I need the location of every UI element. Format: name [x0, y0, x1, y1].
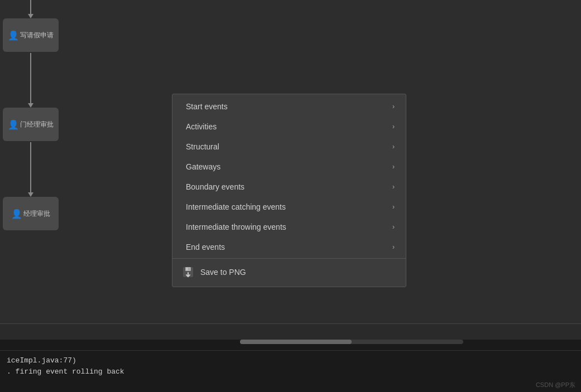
user-icon-3: 👤	[11, 209, 22, 219]
svg-marker-5	[28, 192, 33, 197]
menu-label-gateways: Gateways	[186, 162, 220, 171]
context-menu: Start events › Activities › Structural ›…	[172, 94, 406, 287]
user-icon-1: 👤	[8, 30, 19, 41]
menu-item-gateways[interactable]: Gateways ›	[172, 157, 406, 177]
node-label-2: 门经理审批	[20, 120, 54, 129]
menu-label-boundary-events: Boundary events	[186, 182, 244, 191]
horizontal-scrollbar[interactable]	[240, 340, 463, 344]
chevron-icon-structural: ›	[392, 143, 395, 151]
svg-marker-1	[28, 14, 33, 18]
menu-item-boundary-events[interactable]: Boundary events ›	[172, 177, 406, 197]
menu-label-structural: Structural	[186, 142, 219, 151]
chevron-icon-intermediate-throwing: ›	[392, 223, 395, 231]
user-icon-2: 👤	[8, 119, 19, 130]
menu-item-activities[interactable]: Activities ›	[172, 117, 406, 137]
chevron-icon-gateways: ›	[392, 163, 395, 171]
node-label-1: 写请假申请	[20, 31, 54, 40]
menu-item-structural[interactable]: Structural ›	[172, 137, 406, 157]
flow-node-1[interactable]: 👤 写请假申请	[3, 18, 59, 52]
svg-marker-3	[28, 103, 33, 108]
menu-item-intermediate-throwing[interactable]: Intermediate throwing events ›	[172, 217, 406, 237]
chevron-icon-start-events: ›	[392, 103, 395, 110]
bottom-panel: Nothing to show iceImpl.java:77) . firin…	[0, 323, 581, 392]
menu-item-intermediate-catching[interactable]: Intermediate catching events ›	[172, 197, 406, 217]
chevron-icon-intermediate-catching: ›	[392, 203, 395, 211]
watermark: CSDN @PP东	[536, 381, 575, 389]
save-icon	[181, 265, 195, 279]
code-area: iceImpl.java:77) . firing event rolling …	[0, 350, 581, 392]
chevron-icon-boundary-events: ›	[392, 183, 395, 191]
menu-item-save-png[interactable]: Save to PNG	[172, 260, 406, 284]
scrollbar-thumb[interactable]	[240, 340, 352, 344]
svg-rect-7	[185, 267, 191, 271]
menu-label-start-events: Start events	[186, 102, 228, 111]
menu-divider	[172, 258, 406, 259]
menu-label-intermediate-throwing: Intermediate throwing events	[186, 222, 286, 231]
flow-node-3[interactable]: 👤 经理审批	[3, 197, 59, 230]
menu-item-start-events[interactable]: Start events ›	[172, 96, 406, 117]
svg-rect-8	[186, 268, 188, 270]
code-line-1: iceImpl.java:77)	[7, 355, 574, 366]
bottom-bar	[0, 324, 581, 340]
node-label-3: 经理审批	[23, 209, 50, 219]
chevron-icon-end-events: ›	[392, 243, 395, 251]
code-line-3: . firing event rolling back	[7, 366, 574, 378]
menu-label-end-events: End events	[186, 243, 225, 251]
menu-label-activities: Activities	[186, 122, 217, 131]
flow-node-2[interactable]: 👤 门经理审批	[3, 108, 59, 141]
save-png-label: Save to PNG	[200, 268, 246, 277]
menu-label-intermediate-catching: Intermediate catching events	[186, 202, 286, 211]
chevron-icon-activities: ›	[392, 123, 395, 130]
menu-item-end-events[interactable]: End events ›	[172, 237, 406, 257]
